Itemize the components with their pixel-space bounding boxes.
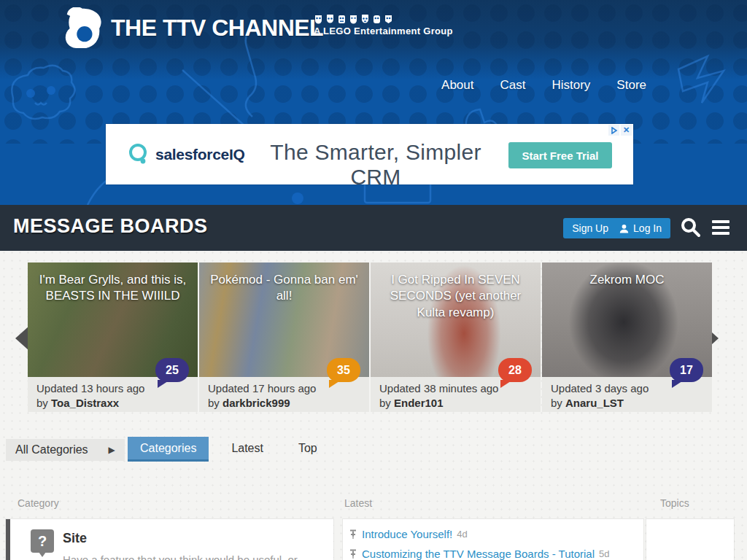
reply-count-badge[interactable]: 35 xyxy=(327,358,360,382)
reply-count-badge[interactable]: 28 xyxy=(498,358,532,382)
column-header-latest: Latest xyxy=(344,497,372,509)
adchoices-icon[interactable] xyxy=(608,125,619,136)
ad-cta-button[interactable]: Start Free Trial xyxy=(508,142,612,168)
bionicle-mask-icon xyxy=(349,15,358,24)
featured-card[interactable]: I Got Ripped In SEVEN SECONDS (yet anoth… xyxy=(371,262,541,412)
bionicle-mask-icon xyxy=(372,15,382,24)
ad-choices: ✕ xyxy=(608,125,632,136)
card-updated: Updated 17 hours ago xyxy=(208,381,360,396)
category-cell-site[interactable]: ? Site Have a feature that you think wou… xyxy=(6,519,333,560)
question-mark-icon: ? xyxy=(31,529,54,553)
card-info: Updated 17 hours ago by darkbrick999 xyxy=(199,377,369,412)
topic-link[interactable]: Customizing the TTV Message Boards - Tut… xyxy=(362,548,595,560)
ad-brand-name: salesforceIQ xyxy=(155,146,244,163)
category-name[interactable]: Site xyxy=(63,531,87,546)
latest-topic-row: Introduce Yourself! 4d xyxy=(349,528,636,540)
card-author[interactable]: Ender101 xyxy=(394,397,444,409)
pin-icon xyxy=(349,529,357,540)
category-filter-dropdown[interactable]: All Categories ▶ xyxy=(6,439,125,461)
bionicle-mask-icon xyxy=(314,15,323,24)
site-title[interactable]: THE TTV CHANNEL xyxy=(111,15,323,42)
card-title[interactable]: Pokémod - Gonna ban em' all! xyxy=(199,262,369,305)
log-in-button[interactable]: Log In xyxy=(611,218,670,238)
sign-up-label: Sign Up xyxy=(572,222,608,234)
reply-count-badge[interactable]: 17 xyxy=(670,358,703,382)
featured-carousel: I'm Bear Grylls, and this is, BEASTS IN … xyxy=(28,262,712,412)
salesforceiq-q-icon xyxy=(128,143,150,166)
column-header-category: Category xyxy=(18,497,59,509)
ttv-rabbit-logo-icon[interactable] xyxy=(61,7,104,48)
featured-card[interactable]: Pokémod - Gonna ban em' all! 35 Updated … xyxy=(199,262,369,412)
tab-top[interactable]: Top xyxy=(286,437,330,459)
user-icon xyxy=(619,224,629,233)
nav-link-store[interactable]: Store xyxy=(616,78,646,93)
card-updated: Updated 13 hours ago xyxy=(36,381,189,396)
column-header-topics: Topics xyxy=(660,497,689,509)
mask-icon-row xyxy=(314,15,453,24)
bionicle-mask-icon xyxy=(360,15,370,24)
topic-link[interactable]: Introduce Yourself! xyxy=(362,528,452,540)
card-author[interactable]: Toa_Distraxx xyxy=(51,397,119,409)
view-tabs: Categories Latest Top xyxy=(128,437,340,462)
latest-topic-row: Customizing the TTV Message Boards - Tut… xyxy=(349,548,636,560)
latest-cell: Introduce Yourself! 4d Customizing the T… xyxy=(343,519,643,560)
featured-card[interactable]: Zekrom MOC 17 Updated 3 days ago by Anar… xyxy=(542,262,712,412)
card-title[interactable]: I'm Bear Grylls, and this is, BEASTS IN … xyxy=(28,262,198,305)
topic-age: 4d xyxy=(457,529,467,540)
log-in-label: Log In xyxy=(633,222,662,234)
bionicle-mask-icon xyxy=(325,15,335,24)
nav-link-about[interactable]: About xyxy=(441,78,473,93)
caret-right-icon: ▶ xyxy=(109,445,115,455)
nav-link-history[interactable]: History xyxy=(551,78,590,93)
bionicle-mask-icon xyxy=(337,15,347,24)
card-updated: Updated 38 minutes ago xyxy=(379,381,532,396)
topics-cell xyxy=(646,519,734,560)
ad-banner[interactable]: salesforceIQ The Smarter, Simpler CRM St… xyxy=(106,124,633,184)
ad-brand: salesforceIQ xyxy=(128,143,244,166)
card-updated: Updated 3 days ago xyxy=(551,381,703,396)
card-info: Updated 13 hours ago by Toa_Distraxx xyxy=(28,377,198,412)
page: THE TTV CHANNEL A LEGO Entertainment Gro… xyxy=(0,0,747,560)
nav-link-cast[interactable]: Cast xyxy=(500,78,525,93)
lego-brand-group: A LEGO Entertainment Group xyxy=(314,15,453,36)
search-icon[interactable] xyxy=(680,217,702,238)
ad-headline: The Smarter, Simpler CRM xyxy=(244,140,507,190)
tagline: A LEGO Entertainment Group xyxy=(314,26,453,36)
bionicle-mask-icon xyxy=(384,15,393,24)
site-header: THE TTV CHANNEL A LEGO Entertainment Gro… xyxy=(0,0,747,205)
card-info: Updated 3 days ago by Anaru_LST xyxy=(542,377,712,412)
card-title[interactable]: I Got Ripped In SEVEN SECONDS (yet anoth… xyxy=(371,262,541,321)
ad-close-icon[interactable]: ✕ xyxy=(621,125,632,136)
card-author-line: by Anaru_LST xyxy=(551,396,703,411)
category-description: Have a feature that you think would be u… xyxy=(63,553,318,560)
category-filter-label: All Categories xyxy=(15,443,88,456)
menu-icon[interactable] xyxy=(712,220,729,238)
sign-up-button[interactable]: Sign Up xyxy=(563,218,617,238)
tab-categories[interactable]: Categories xyxy=(128,437,209,462)
card-author-line: by darkbrick999 xyxy=(208,396,360,411)
topic-age: 5d xyxy=(599,548,609,559)
card-info: Updated 38 minutes ago by Ender101 xyxy=(371,377,541,412)
card-author[interactable]: Anaru_LST xyxy=(565,397,624,409)
reply-count-badge[interactable]: 25 xyxy=(155,358,189,382)
card-author-line: by Toa_Distraxx xyxy=(36,396,189,411)
top-nav: About Cast History Store xyxy=(441,78,646,93)
page-title: MESSAGE BOARDS xyxy=(13,215,208,238)
card-author[interactable]: darkbrick999 xyxy=(222,397,290,409)
pin-icon xyxy=(349,549,357,559)
featured-card[interactable]: I'm Bear Grylls, and this is, BEASTS IN … xyxy=(28,262,198,412)
tab-latest[interactable]: Latest xyxy=(219,437,276,459)
board-bar: MESSAGE BOARDS Sign Up Log In xyxy=(0,205,747,251)
card-author-line: by Ender101 xyxy=(379,396,532,411)
card-title[interactable]: Zekrom MOC xyxy=(542,262,712,288)
